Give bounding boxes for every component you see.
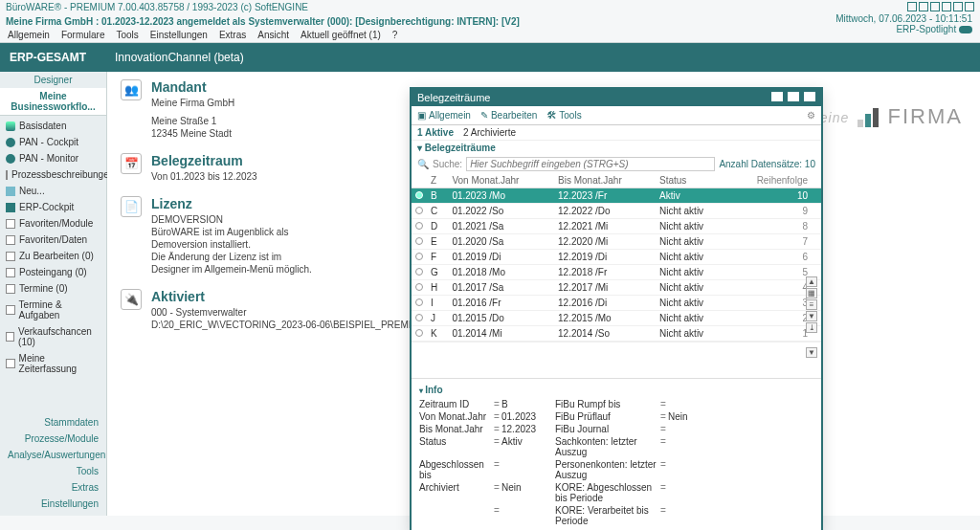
sidebar-item-termine[interactable]: Termine (0) [0, 280, 106, 297]
table-row[interactable]: I 01.2016 /Fr 12.2016 /Di Nicht aktiv 3 [412, 296, 821, 311]
menu-ansicht[interactable]: Ansicht [257, 30, 289, 40]
btn-5[interactable] [953, 2, 963, 11]
dialog-close-icon[interactable] [804, 92, 815, 101]
subtab-archivierte[interactable]: 2 Archivierte [463, 127, 516, 138]
info-val [501, 505, 555, 526]
sidebar-item-zubearbeiten[interactable]: Zu Bearbeiten (0) [0, 248, 106, 264]
gear-icon[interactable]: ⚙ [807, 110, 815, 121]
btn-6[interactable] [965, 2, 974, 11]
row-radio-icon[interactable] [415, 237, 423, 245]
sidebar-label: Zu Bearbeiten (0) [19, 251, 94, 261]
sidebar-item-pan-monitor[interactable]: PAN - Monitor [0, 150, 106, 166]
logo: meine FIRMA [808, 104, 963, 129]
row-btn-up[interactable]: ▲ [806, 276, 817, 287]
col-bis[interactable]: Bis Monat.Jahr [554, 173, 656, 188]
sidebar-item-posteingang[interactable]: Posteingang (0) [0, 264, 106, 280]
table-row[interactable]: J 01.2015 /Do 12.2015 /Mo Nicht aktiv 2 [412, 311, 821, 326]
tab-tools[interactable]: 🛠 Tools [546, 110, 581, 121]
info-val [668, 505, 704, 526]
spotlight-link[interactable]: ERP-Spotlight [896, 24, 956, 34]
table-row[interactable]: D 01.2021 /Sa 12.2021 /Mi Nicht aktiv 8 [412, 219, 821, 234]
row-radio-icon[interactable] [415, 283, 423, 291]
app-title: BüroWARE® - PREMIUM 7.00.403.85758 / 199… [6, 2, 308, 13]
info-key: Abgeschlossen bis [419, 459, 494, 480]
btn-3[interactable] [930, 2, 940, 11]
cell-z: D [427, 219, 448, 234]
info-val: B [501, 399, 555, 409]
sidebar-item-zeit[interactable]: Meine Zeiterfassung [0, 350, 106, 377]
lizenz-l1: DEMOVERSION [151, 213, 312, 226]
menu-tools[interactable]: Tools [117, 30, 139, 40]
menu-extras[interactable]: Extras [219, 30, 246, 40]
row-btn-menu[interactable]: ≡ [806, 299, 817, 310]
mandant-title: Mandant [151, 79, 234, 95]
sidebar-item-termineaufgaben[interactable]: Termine & Aufgaben [0, 297, 106, 323]
menu-einstellungen[interactable]: Einstellungen [150, 30, 208, 40]
btn-4[interactable] [942, 2, 951, 11]
sidebar-item-favmodule[interactable]: Favoriten/Module [0, 215, 106, 232]
menu-open[interactable]: Aktuell geöffnet (1) [301, 30, 381, 40]
menu-formulare[interactable]: Formulare [61, 30, 105, 40]
sidebar-bottom-prozesse[interactable]: Prozesse/Module [0, 431, 106, 447]
row-radio-icon[interactable] [415, 191, 423, 199]
sidebar-designer[interactable]: Designer [0, 72, 106, 88]
row-radio-icon[interactable] [415, 253, 423, 260]
row-radio-icon[interactable] [415, 268, 423, 276]
spotlight-icon[interactable] [959, 26, 972, 33]
inbox-icon [6, 268, 15, 277]
info-key: KORE: Verarbeitet bis Periode [555, 505, 660, 526]
sidebar-item-prozess[interactable]: Prozessbeschreibungen [0, 166, 106, 183]
menu-allgemein[interactable]: Allgemein [8, 30, 50, 40]
row-radio-icon[interactable] [415, 222, 423, 230]
col-reihenfolge[interactable]: Reihenfolge [729, 173, 810, 188]
sales-icon [6, 332, 14, 342]
btn-1[interactable] [907, 2, 917, 11]
info-key: FiBu Prüflauf [555, 411, 660, 422]
table-row[interactable]: C 01.2022 /So 12.2022 /Do Nicht aktiv 9 [412, 204, 821, 219]
sidebar-bottom-tools[interactable]: Tools [0, 463, 106, 479]
row-radio-icon[interactable] [415, 298, 423, 306]
row-btn-grid[interactable]: ▦ [806, 288, 817, 298]
col-z[interactable]: Z [427, 173, 448, 188]
search-input[interactable] [466, 157, 715, 171]
table-row[interactable]: E 01.2020 /Sa 12.2020 /Mi Nicht aktiv 7 [412, 234, 821, 250]
sidebar-item-basisdaten[interactable]: Basisdaten [0, 118, 106, 134]
sidebar-item-verkauf[interactable]: Verkaufschancen (10) [0, 323, 106, 350]
search-label: Suche: [433, 159, 462, 169]
row-radio-icon[interactable] [415, 329, 423, 337]
table-row[interactable]: H 01.2017 /Sa 12.2017 /Mi Nicht aktiv 4 [412, 280, 821, 296]
sidebar-bottom-analyse[interactable]: Analyse/Auswertungen [0, 447, 106, 463]
sidebar-item-erpcockpit[interactable]: ERP-Cockpit [0, 199, 106, 215]
tab-allgemein[interactable]: ▣ Allgemein [417, 110, 471, 121]
table-row[interactable]: K 01.2014 /Mi 12.2014 /So Nicht aktiv 1 [412, 326, 821, 342]
sidebar-item-neu[interactable]: Neu... [0, 183, 106, 199]
table-row[interactable]: B 01.2023 /Mo 12.2023 /Fr Aktiv 10 [412, 188, 821, 204]
row-btn-down[interactable]: ▼ [806, 311, 817, 321]
info-val [668, 482, 704, 503]
info-panel: Info Zeitraum ID=B FiBu Rumpf bis=Von Mo… [412, 378, 821, 530]
btn-2[interactable] [919, 2, 928, 11]
table-row[interactable]: G 01.2018 /Mo 12.2018 /Fr Nicht aktiv 5 [412, 265, 821, 280]
sidebar-bottom-extras[interactable]: Extras [0, 479, 106, 496]
row-radio-icon[interactable] [415, 314, 423, 321]
innovation-channel: InnovationChannel (beta) [115, 51, 244, 64]
sidebar-bottom-stammdaten[interactable]: Stammdaten [0, 414, 106, 431]
menu-help[interactable]: ? [392, 30, 398, 40]
table-row[interactable]: F 01.2019 /Di 12.2019 /Di Nicht aktiv 6 [412, 250, 821, 265]
col-von[interactable]: Von Monat.Jahr [448, 173, 554, 188]
mandant-icon: 👥 [121, 79, 142, 100]
cell-reihenfolge: 7 [729, 234, 810, 250]
row-btn-end[interactable]: ⤓ [806, 322, 817, 333]
sidebar-workflow[interactable]: Meine Businessworkflo... [0, 88, 106, 116]
dialog-max-icon[interactable] [788, 92, 799, 101]
subtab-aktive[interactable]: 1 Aktive [417, 127, 454, 138]
sidebar-bottom-einstellungen[interactable]: Einstellungen [0, 496, 106, 512]
cell-von: 01.2021 /Sa [448, 219, 554, 234]
row-radio-icon[interactable] [415, 207, 423, 214]
sidebar-item-pan-cockpit[interactable]: PAN - Cockpit [0, 134, 106, 150]
sidebar-item-favdaten[interactable]: Favoriten/Daten [0, 232, 106, 248]
dialog-min-icon[interactable] [771, 92, 783, 101]
row-btn-filter[interactable]: ▼ [806, 347, 817, 358]
col-status[interactable]: Status [656, 173, 729, 188]
tab-bearbeiten[interactable]: ✎ Bearbeiten [480, 110, 537, 121]
